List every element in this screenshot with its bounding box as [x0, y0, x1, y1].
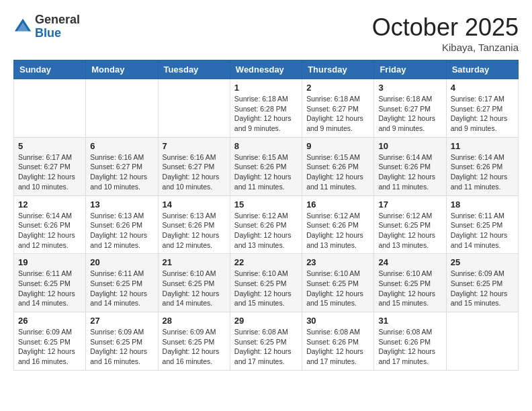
calendar-day-9: 9Sunrise: 6:15 AM Sunset: 6:26 PM Daylig… — [302, 137, 374, 195]
day-info: Sunrise: 6:12 AM Sunset: 6:26 PM Dayligh… — [306, 211, 369, 250]
logo-general: General — [35, 13, 80, 27]
day-info: Sunrise: 6:12 AM Sunset: 6:26 PM Dayligh… — [234, 211, 298, 250]
calendar-day-6: 6Sunrise: 6:16 AM Sunset: 6:27 PM Daylig… — [86, 137, 158, 195]
day-number: 8 — [234, 141, 298, 151]
day-number: 3 — [378, 83, 441, 93]
page-header: General Blue October 2025 Kibaya, Tanzan… — [13, 13, 519, 53]
calendar-day-30: 30Sunrise: 6:08 AM Sunset: 6:26 PM Dayli… — [302, 312, 374, 371]
day-number: 4 — [451, 83, 514, 93]
day-number: 1 — [234, 83, 298, 93]
day-number: 27 — [90, 316, 153, 326]
day-number: 2 — [306, 83, 369, 93]
calendar-day-20: 20Sunrise: 6:11 AM Sunset: 6:25 PM Dayli… — [86, 254, 158, 312]
day-info: Sunrise: 6:14 AM Sunset: 6:26 PM Dayligh… — [451, 152, 514, 192]
day-info: Sunrise: 6:15 AM Sunset: 6:26 PM Dayligh… — [306, 152, 369, 192]
calendar-day-10: 10Sunrise: 6:14 AM Sunset: 6:26 PM Dayli… — [374, 137, 446, 195]
calendar-day-7: 7Sunrise: 6:16 AM Sunset: 6:27 PM Daylig… — [158, 137, 230, 195]
logo-blue: Blue — [35, 27, 80, 40]
day-number: 25 — [451, 257, 514, 267]
calendar-day-2: 2Sunrise: 6:18 AM Sunset: 6:27 PM Daylig… — [302, 79, 374, 138]
calendar-day-21: 21Sunrise: 6:10 AM Sunset: 6:25 PM Dayli… — [158, 254, 230, 312]
day-number: 10 — [378, 141, 441, 151]
empty-cell — [158, 79, 230, 138]
calendar-day-28: 28Sunrise: 6:09 AM Sunset: 6:25 PM Dayli… — [158, 312, 230, 371]
empty-cell — [446, 312, 518, 371]
calendar-day-27: 27Sunrise: 6:09 AM Sunset: 6:25 PM Dayli… — [86, 312, 158, 371]
calendar-day-31: 31Sunrise: 6:08 AM Sunset: 6:26 PM Dayli… — [374, 312, 446, 371]
day-number: 28 — [163, 316, 226, 326]
logo-text: General Blue — [35, 13, 80, 40]
day-number: 30 — [306, 316, 369, 326]
logo-icon — [13, 17, 32, 36]
day-number: 16 — [306, 199, 369, 210]
empty-cell — [86, 79, 158, 138]
column-header-tuesday: Tuesday — [158, 60, 230, 79]
calendar-day-16: 16Sunrise: 6:12 AM Sunset: 6:26 PM Dayli… — [302, 195, 374, 254]
day-number: 15 — [234, 199, 298, 210]
day-info: Sunrise: 6:11 AM Sunset: 6:25 PM Dayligh… — [451, 211, 514, 250]
calendar-day-1: 1Sunrise: 6:18 AM Sunset: 6:28 PM Daylig… — [230, 79, 302, 138]
day-info: Sunrise: 6:09 AM Sunset: 6:25 PM Dayligh… — [163, 327, 226, 367]
day-number: 21 — [163, 257, 226, 267]
day-number: 14 — [163, 199, 226, 210]
day-number: 20 — [90, 257, 153, 267]
calendar-day-5: 5Sunrise: 6:17 AM Sunset: 6:27 PM Daylig… — [14, 137, 86, 195]
day-number: 19 — [18, 257, 81, 267]
day-info: Sunrise: 6:17 AM Sunset: 6:27 PM Dayligh… — [18, 152, 81, 192]
column-header-thursday: Thursday — [302, 60, 374, 79]
day-number: 7 — [163, 141, 226, 151]
day-info: Sunrise: 6:16 AM Sunset: 6:27 PM Dayligh… — [90, 152, 153, 192]
calendar-week-3: 12Sunrise: 6:14 AM Sunset: 6:26 PM Dayli… — [14, 195, 519, 254]
day-info: Sunrise: 6:09 AM Sunset: 6:25 PM Dayligh… — [451, 269, 514, 308]
day-info: Sunrise: 6:14 AM Sunset: 6:26 PM Dayligh… — [378, 152, 441, 192]
calendar-day-13: 13Sunrise: 6:13 AM Sunset: 6:26 PM Dayli… — [86, 195, 158, 254]
column-header-monday: Monday — [86, 60, 158, 79]
day-info: Sunrise: 6:12 AM Sunset: 6:25 PM Dayligh… — [378, 211, 441, 250]
column-header-friday: Friday — [374, 60, 446, 79]
calendar-day-23: 23Sunrise: 6:10 AM Sunset: 6:25 PM Dayli… — [302, 254, 374, 312]
logo: General Blue — [13, 13, 80, 40]
day-number: 24 — [378, 257, 441, 267]
day-number: 9 — [306, 141, 369, 151]
day-number: 13 — [90, 199, 153, 210]
day-number: 6 — [90, 141, 153, 151]
day-info: Sunrise: 6:17 AM Sunset: 6:27 PM Dayligh… — [451, 94, 514, 134]
day-info: Sunrise: 6:10 AM Sunset: 6:25 PM Dayligh… — [234, 269, 298, 308]
day-info: Sunrise: 6:14 AM Sunset: 6:26 PM Dayligh… — [18, 211, 81, 250]
calendar-day-17: 17Sunrise: 6:12 AM Sunset: 6:25 PM Dayli… — [374, 195, 446, 254]
day-info: Sunrise: 6:10 AM Sunset: 6:25 PM Dayligh… — [306, 269, 369, 308]
title-area: October 2025 Kibaya, Tanzania — [372, 13, 519, 53]
calendar-week-2: 5Sunrise: 6:17 AM Sunset: 6:27 PM Daylig… — [14, 137, 519, 195]
day-info: Sunrise: 6:13 AM Sunset: 6:26 PM Dayligh… — [163, 211, 226, 250]
day-number: 18 — [451, 199, 514, 210]
day-number: 12 — [18, 199, 81, 210]
calendar-day-26: 26Sunrise: 6:09 AM Sunset: 6:25 PM Dayli… — [14, 312, 86, 371]
calendar-day-12: 12Sunrise: 6:14 AM Sunset: 6:26 PM Dayli… — [14, 195, 86, 254]
day-number: 5 — [18, 141, 81, 151]
empty-cell — [14, 79, 86, 138]
day-info: Sunrise: 6:09 AM Sunset: 6:25 PM Dayligh… — [90, 327, 153, 367]
calendar-day-18: 18Sunrise: 6:11 AM Sunset: 6:25 PM Dayli… — [446, 195, 518, 254]
day-info: Sunrise: 6:16 AM Sunset: 6:27 PM Dayligh… — [163, 152, 226, 192]
day-info: Sunrise: 6:08 AM Sunset: 6:25 PM Dayligh… — [234, 327, 298, 367]
calendar-day-15: 15Sunrise: 6:12 AM Sunset: 6:26 PM Dayli… — [230, 195, 302, 254]
column-header-saturday: Saturday — [446, 60, 518, 79]
calendar-table: SundayMondayTuesdayWednesdayThursdayFrid… — [13, 60, 519, 371]
day-info: Sunrise: 6:15 AM Sunset: 6:26 PM Dayligh… — [234, 152, 298, 192]
calendar-week-5: 26Sunrise: 6:09 AM Sunset: 6:25 PM Dayli… — [14, 312, 519, 371]
column-header-sunday: Sunday — [14, 60, 86, 79]
calendar-day-4: 4Sunrise: 6:17 AM Sunset: 6:27 PM Daylig… — [446, 79, 518, 138]
calendar-day-22: 22Sunrise: 6:10 AM Sunset: 6:25 PM Dayli… — [230, 254, 302, 312]
day-number: 11 — [451, 141, 514, 151]
calendar-day-8: 8Sunrise: 6:15 AM Sunset: 6:26 PM Daylig… — [230, 137, 302, 195]
day-info: Sunrise: 6:18 AM Sunset: 6:27 PM Dayligh… — [378, 94, 441, 134]
calendar-day-19: 19Sunrise: 6:11 AM Sunset: 6:25 PM Dayli… — [14, 254, 86, 312]
day-info: Sunrise: 6:10 AM Sunset: 6:25 PM Dayligh… — [163, 269, 226, 308]
calendar-day-29: 29Sunrise: 6:08 AM Sunset: 6:25 PM Dayli… — [230, 312, 302, 371]
day-info: Sunrise: 6:18 AM Sunset: 6:28 PM Dayligh… — [234, 94, 298, 134]
calendar-week-1: 1Sunrise: 6:18 AM Sunset: 6:28 PM Daylig… — [14, 79, 519, 138]
location: Kibaya, Tanzania — [372, 42, 519, 53]
column-header-wednesday: Wednesday — [230, 60, 302, 79]
day-info: Sunrise: 6:08 AM Sunset: 6:26 PM Dayligh… — [306, 327, 369, 367]
calendar-day-25: 25Sunrise: 6:09 AM Sunset: 6:25 PM Dayli… — [446, 254, 518, 312]
